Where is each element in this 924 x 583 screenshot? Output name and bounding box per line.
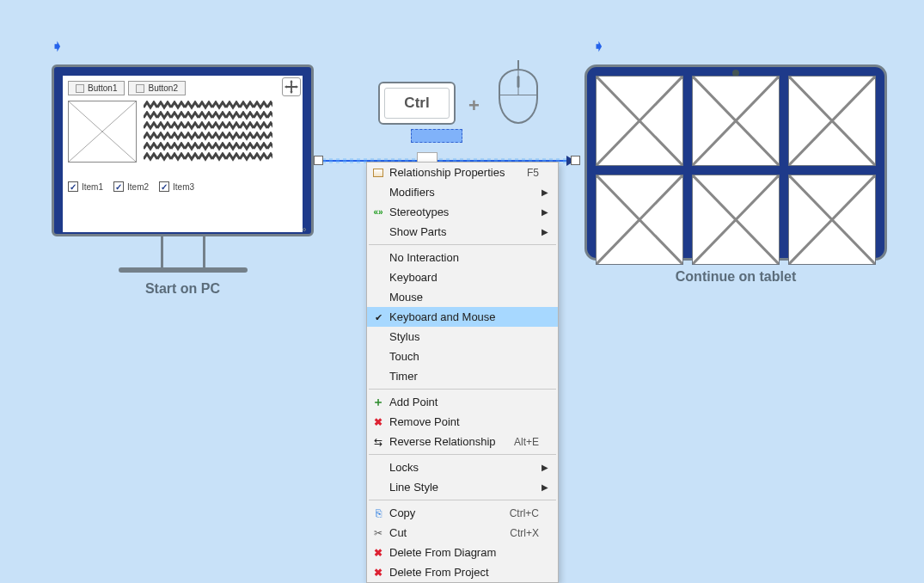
- prop-icon: [367, 169, 389, 177]
- tablet-wireframe[interactable]: Continue on tablet: [584, 64, 887, 285]
- menu-shortcut: Ctrl+X: [503, 527, 539, 539]
- plus-icon: +: [468, 95, 480, 117]
- menu-item-label: Keyboard and Mouse: [389, 310, 539, 323]
- cut-icon: ✂: [367, 527, 389, 539]
- image-placeholder: [692, 76, 780, 166]
- menu-item-label: Remove Point: [389, 415, 539, 428]
- menu-item-label: Locks: [389, 461, 539, 474]
- connector-handle[interactable]: [571, 156, 580, 165]
- menu-shortcut: Ctrl+C: [503, 507, 539, 519]
- del-icon: ✖: [367, 567, 389, 579]
- submenu-arrow-icon: ▶: [539, 187, 551, 197]
- menu-item-relationship-properties[interactable]: Relationship PropertiesF5: [367, 163, 558, 182]
- menu-item-stylus[interactable]: Stylus: [367, 327, 558, 347]
- copy-icon: ⎘: [367, 507, 389, 519]
- menu-item-label: Show Parts: [389, 225, 539, 238]
- submenu-arrow-icon: ▶: [539, 227, 551, 236]
- menu-item-label: Touch: [389, 350, 539, 363]
- menu-item-label: Cut: [389, 526, 503, 539]
- image-placeholder: [692, 175, 780, 265]
- wireframe-checkbox: ✓Item2: [113, 181, 149, 192]
- menu-item-label: Add Point: [389, 396, 539, 408]
- menu-item-label: Keyboard: [389, 271, 539, 284]
- menu-item-label: Mouse: [389, 291, 539, 304]
- menu-item-copy[interactable]: ⎘CopyCtrl+C: [367, 503, 558, 523]
- submenu-arrow-icon: ▶: [539, 463, 551, 472]
- menu-item-timer[interactable]: Timer: [367, 366, 558, 386]
- menu-item-modifiers[interactable]: Modifiers▶: [367, 182, 558, 202]
- ctrl-key: Ctrl: [378, 82, 456, 125]
- pc-wireframe[interactable]: Button1 Button2 ✓Item1: [52, 64, 314, 297]
- menu-item-label: Line Style: [389, 481, 539, 494]
- menu-item-remove-point[interactable]: ✖Remove Point: [367, 412, 558, 432]
- image-placeholder: [68, 101, 137, 163]
- menu-item-label: Copy: [389, 506, 503, 519]
- image-placeholder: [596, 175, 683, 265]
- image-placeholder: [788, 175, 876, 265]
- menu-item-label: No Interaction: [389, 251, 539, 264]
- menu-item-keyboard-and-mouse[interactable]: Keyboard and Mouse: [367, 307, 558, 327]
- menu-item-line-style[interactable]: Line Style▶: [367, 477, 558, 497]
- wireframe-button: Button1: [68, 81, 125, 95]
- move-handle-icon[interactable]: [282, 77, 301, 96]
- wireframe-checkbox: ✓Item1: [68, 181, 103, 192]
- menu-item-add-point[interactable]: ＋Add Point: [367, 392, 558, 412]
- pattern-placeholder: [144, 101, 272, 163]
- menu-item-mouse[interactable]: Mouse: [367, 287, 558, 307]
- menu-item-label: Stylus: [389, 330, 539, 343]
- menu-item-locks[interactable]: Locks▶: [367, 457, 558, 477]
- menu-separator: [369, 500, 556, 500]
- menu-separator: [369, 454, 556, 455]
- menu-item-label: Timer: [389, 370, 539, 383]
- menu-item-label: Reverse Relationship: [389, 435, 507, 448]
- wireframe-button: Button2: [128, 81, 185, 95]
- arrow-icon: ➧: [593, 38, 604, 54]
- stereo-icon: «»: [367, 207, 389, 217]
- menu-item-touch[interactable]: Touch: [367, 347, 558, 366]
- arrowhead-icon: [566, 156, 575, 166]
- mouse-icon: [499, 69, 538, 124]
- menu-separator: [369, 389, 556, 390]
- submenu-arrow-icon: ▶: [539, 207, 551, 217]
- del-icon: ✖: [367, 547, 389, 559]
- image-placeholder: [788, 76, 876, 166]
- menu-item-delete-from-diagram[interactable]: ✖Delete From Diagram: [367, 543, 558, 562]
- image-placeholder: [596, 76, 683, 166]
- menu-item-keyboard[interactable]: Keyboard: [367, 267, 558, 287]
- menu-separator: [369, 244, 556, 245]
- connector-handle[interactable]: [314, 156, 323, 165]
- menu-item-stereotypes[interactable]: «»Stereotypes▶: [367, 202, 558, 222]
- menu-item-label: Delete From Diagram: [389, 546, 539, 559]
- pc-caption: Start on PC: [52, 281, 314, 297]
- menu-item-no-interaction[interactable]: No Interaction: [367, 248, 558, 267]
- svg-rect-2: [144, 101, 272, 163]
- submenu-arrow-icon: ▶: [539, 482, 551, 492]
- menu-shortcut: Alt+E: [507, 436, 539, 448]
- del-icon: ✖: [367, 416, 389, 428]
- menu-item-show-parts[interactable]: Show Parts▶: [367, 222, 558, 242]
- arrow-icon: ➧: [52, 38, 63, 54]
- menu-item-label: Stereotypes: [389, 206, 539, 218]
- menu-item-delete-from-project[interactable]: ✖Delete From Project: [367, 562, 558, 582]
- tablet-caption: Continue on tablet: [584, 269, 887, 285]
- menu-item-cut[interactable]: ✂CutCtrl+X: [367, 523, 558, 543]
- check-icon: [367, 311, 389, 323]
- rev-icon: ⇄: [367, 436, 389, 448]
- menu-item-label: Modifiers: [389, 186, 539, 199]
- menu-shortcut: F5: [520, 167, 539, 179]
- menu-item-label: Delete From Project: [389, 566, 539, 579]
- menu-item-reverse-relationship[interactable]: ⇄Reverse RelationshipAlt+E: [367, 432, 558, 451]
- plus-icon: ＋: [367, 395, 389, 410]
- context-menu: Relationship PropertiesF5Modifiers▶«»Ste…: [366, 162, 559, 583]
- wireframe-checkbox: ✓Item3: [159, 181, 194, 192]
- selection-region: [411, 129, 462, 143]
- menu-item-label: Relationship Properties: [389, 166, 520, 179]
